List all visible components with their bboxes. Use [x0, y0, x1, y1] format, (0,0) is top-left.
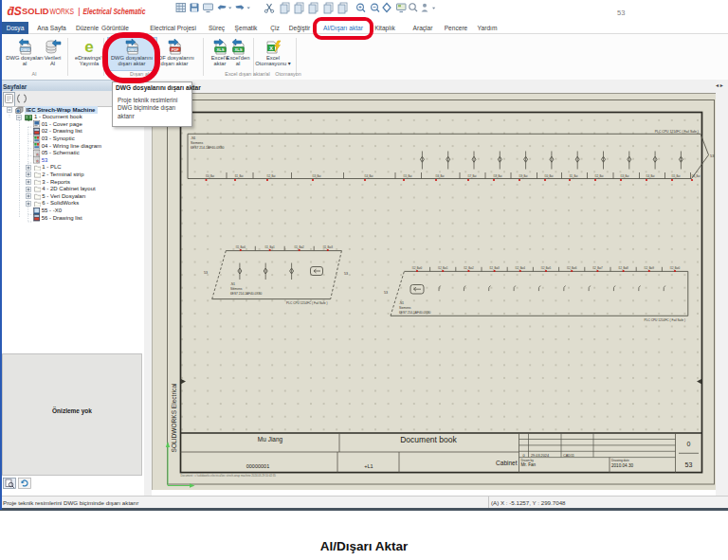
svg-text:I12_Bat4: I12_Bat4	[516, 266, 526, 270]
svg-text:I12_Bat5: I12_Bat5	[541, 266, 552, 270]
svg-text:XLS: XLS	[234, 47, 242, 52]
svg-text:I12_Bat: I12_Bat	[595, 174, 604, 178]
svg-text:I15_Bat: I15_Bat	[672, 174, 681, 178]
svg-text:53: 53	[344, 272, 348, 276]
svg-text:Document : c:\solidworks elect: Document : c:\solidworks electrical\iec …	[181, 474, 277, 478]
svg-text:I12_Bat0: I12_Bat0	[670, 266, 681, 270]
svg-text:53: 53	[204, 271, 208, 275]
svg-text:PLC CPU 1214FC ( Fail Safe ): PLC CPU 1214FC ( Fail Safe )	[655, 130, 699, 134]
svg-text:I12_Bat0: I12_Bat0	[412, 266, 423, 270]
svg-text:I12_Bat9: I12_Bat9	[645, 266, 655, 270]
svg-text:Siemens: Siemens	[399, 306, 411, 310]
svg-text:-N1: -N1	[230, 282, 235, 286]
svg-text:I12_Bat: I12_Bat	[267, 174, 276, 178]
svg-text:PLC CPU 1214FC ( Fail Safe ): PLC CPU 1214FC ( Fail Safe )	[286, 301, 327, 305]
svg-text:Document book: Document book	[400, 435, 457, 444]
svg-text:I16_Bat: I16_Bat	[436, 174, 445, 178]
svg-text:I12_Bat8: I12_Bat8	[618, 266, 628, 270]
svg-text:XLS: XLS	[216, 47, 224, 52]
svg-text:2010.04.30: 2010.04.30	[611, 463, 633, 468]
svg-text:I15_Bat: I15_Bat	[404, 174, 412, 178]
svg-text:I14_Bat: I14_Bat	[646, 174, 655, 178]
svg-text:I10_Bat: I10_Bat	[545, 174, 554, 178]
svg-text:I11_Bat0: I11_Bat0	[236, 245, 246, 249]
svg-text:Drawn by: Drawn by	[521, 459, 535, 462]
svg-text:6ES7 214-1AF40-0XB0: 6ES7 214-1AF40-0XB0	[399, 311, 431, 315]
svg-text:Mu Jiang: Mu Jiang	[258, 436, 283, 443]
svg-text:29.03.2024: 29.03.2024	[531, 454, 549, 458]
svg-text:I13_Bat: I13_Bat	[621, 174, 629, 178]
svg-text:I11_Bat2: I11_Bat2	[295, 245, 305, 249]
svg-text:53: 53	[685, 461, 693, 468]
svg-text:I11_Bat1: I11_Bat1	[265, 245, 276, 249]
svg-text:X: X	[269, 45, 273, 51]
svg-text:I12_Bat1: I12_Bat1	[438, 266, 448, 270]
svg-text:I17_Bat: I17_Bat	[468, 174, 477, 178]
svg-text:I12_Bat3: I12_Bat3	[489, 266, 500, 270]
svg-text:I12_Bat6: I12_Bat6	[567, 266, 577, 270]
svg-text:I12_Bat7: I12_Bat7	[592, 266, 603, 270]
svg-text:I11_Bat3: I11_Bat3	[323, 245, 334, 249]
svg-text:I11_Bat: I11_Bat	[570, 174, 578, 178]
svg-text:Drawing date: Drawing date	[611, 459, 629, 462]
svg-text:I13_Bat: I13_Bat	[313, 174, 321, 178]
svg-text:I19_Bat: I19_Bat	[519, 174, 528, 178]
svg-text:SOLIDWORKS Electrical: SOLIDWORKS Electrical	[171, 384, 177, 453]
svg-text:53: 53	[384, 291, 388, 295]
svg-text:CAD11: CAD11	[563, 454, 574, 458]
svg-text:PLC CPU 1214FC ( Fail Safe ): PLC CPU 1214FC ( Fail Safe )	[645, 318, 685, 322]
svg-text:0: 0	[687, 441, 691, 447]
svg-text:0: 0	[522, 454, 524, 458]
svg-text:6ES7 214-1AF40-0XB0: 6ES7 214-1AF40-0XB0	[230, 292, 263, 296]
svg-text:I16_Bat: I16_Bat	[692, 174, 701, 178]
svg-text:Siemens: Siemens	[230, 287, 243, 291]
svg-text:I14_Bat: I14_Bat	[365, 174, 373, 178]
svg-text:6ES7 214-1AF40-0XB0: 6ES7 214-1AF40-0XB0	[191, 146, 225, 150]
svg-text:I12_Bat2: I12_Bat2	[464, 266, 474, 270]
svg-text:Mr. Fan: Mr. Fan	[521, 462, 537, 467]
svg-text:I10_Bat: I10_Bat	[206, 174, 214, 178]
svg-text:00000001: 00000001	[246, 463, 269, 469]
svg-text:Siemens: Siemens	[191, 141, 203, 145]
svg-text:+L1: +L1	[364, 463, 373, 469]
svg-text:-N1: -N1	[191, 136, 196, 140]
svg-text:Cabinet: Cabinet	[496, 460, 518, 466]
svg-text:53: 53	[710, 154, 715, 158]
svg-text:PDF: PDF	[172, 47, 180, 52]
svg-text:I11_Bat: I11_Bat	[235, 174, 244, 178]
svg-text:-N1: -N1	[399, 301, 404, 305]
svg-text:I18_Bat: I18_Bat	[494, 174, 502, 178]
